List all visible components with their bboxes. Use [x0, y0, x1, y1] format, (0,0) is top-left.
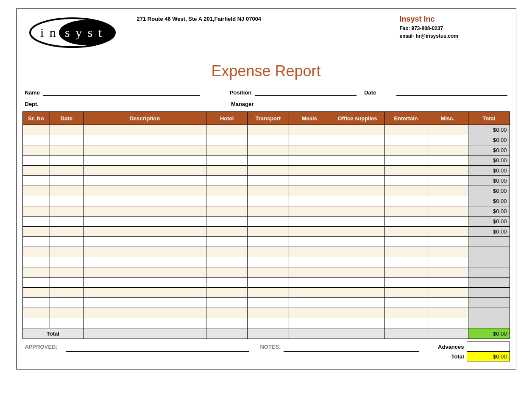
table-cell[interactable]: [289, 227, 330, 237]
table-cell[interactable]: [289, 278, 330, 288]
table-cell[interactable]: [330, 156, 384, 166]
table-cell[interactable]: [427, 257, 468, 267]
table-cell[interactable]: [248, 288, 289, 298]
table-cell[interactable]: [427, 145, 468, 156]
table-cell[interactable]: [330, 196, 384, 206]
table-cell[interactable]: [83, 176, 206, 186]
table-cell[interactable]: [83, 237, 206, 247]
table-cell[interactable]: [427, 217, 468, 227]
table-cell[interactable]: [22, 166, 50, 176]
table-cell[interactable]: [330, 145, 384, 156]
table-cell[interactable]: [289, 135, 330, 145]
table-cell[interactable]: [22, 145, 50, 156]
table-cell[interactable]: [83, 135, 206, 145]
table-cell[interactable]: [206, 227, 247, 237]
table-cell[interactable]: [385, 257, 427, 267]
table-cell[interactable]: [248, 217, 289, 227]
table-cell[interactable]: [289, 196, 330, 206]
table-cell[interactable]: [206, 125, 247, 135]
position-input-line[interactable]: [255, 89, 357, 96]
table-cell[interactable]: [83, 196, 206, 206]
table-cell[interactable]: [50, 156, 83, 166]
table-cell[interactable]: [385, 206, 427, 217]
table-cell[interactable]: [385, 288, 427, 298]
table-cell[interactable]: [206, 298, 247, 308]
table-cell[interactable]: [50, 247, 83, 257]
table-cell[interactable]: [385, 186, 427, 196]
table-cell[interactable]: [50, 308, 83, 318]
table-cell[interactable]: [83, 186, 206, 196]
table-cell[interactable]: [22, 257, 50, 267]
table-cell[interactable]: [330, 176, 384, 186]
table-cell[interactable]: [248, 186, 289, 196]
table-cell[interactable]: [50, 186, 83, 196]
table-cell[interactable]: [330, 237, 384, 247]
table-cell[interactable]: [206, 176, 247, 186]
table-cell[interactable]: [206, 257, 247, 267]
table-cell[interactable]: [83, 206, 206, 217]
table-cell[interactable]: [289, 247, 330, 257]
table-cell[interactable]: [83, 267, 206, 278]
table-cell[interactable]: [50, 217, 83, 227]
table-cell[interactable]: [22, 278, 50, 288]
table-cell[interactable]: [83, 227, 206, 237]
table-cell[interactable]: [50, 288, 83, 298]
table-cell[interactable]: [248, 257, 289, 267]
table-cell[interactable]: [289, 298, 330, 308]
table-cell[interactable]: [289, 318, 330, 328]
table-cell[interactable]: [385, 166, 427, 176]
table-cell[interactable]: [22, 308, 50, 318]
table-cell[interactable]: [427, 318, 468, 328]
table-cell[interactable]: [248, 247, 289, 257]
table-cell[interactable]: [289, 206, 330, 217]
table-cell[interactable]: [83, 166, 206, 176]
table-cell[interactable]: [289, 217, 330, 227]
table-cell[interactable]: [427, 247, 468, 257]
table-cell[interactable]: [22, 135, 50, 145]
table-cell[interactable]: [248, 308, 289, 318]
table-cell[interactable]: [248, 318, 289, 328]
table-cell[interactable]: [50, 298, 83, 308]
table-cell[interactable]: [427, 186, 468, 196]
table-cell[interactable]: [22, 288, 50, 298]
table-cell[interactable]: [427, 227, 468, 237]
table-cell[interactable]: [289, 156, 330, 166]
table-cell[interactable]: [22, 267, 50, 278]
table-cell[interactable]: [385, 176, 427, 186]
table-cell[interactable]: [22, 176, 50, 186]
table-cell[interactable]: [385, 227, 427, 237]
table-cell[interactable]: [248, 156, 289, 166]
table-cell[interactable]: [427, 206, 468, 217]
table-cell[interactable]: [427, 308, 468, 318]
table-cell[interactable]: [83, 288, 206, 298]
table-cell[interactable]: [427, 156, 468, 166]
table-cell[interactable]: [427, 278, 468, 288]
table-cell[interactable]: [22, 186, 50, 196]
table-cell[interactable]: [83, 298, 206, 308]
table-cell[interactable]: [22, 196, 50, 206]
table-cell[interactable]: [83, 217, 206, 227]
advances-value-cell[interactable]: [467, 342, 510, 352]
date-input-line[interactable]: [396, 89, 507, 96]
table-cell[interactable]: [330, 308, 384, 318]
table-cell[interactable]: [289, 267, 330, 278]
table-cell[interactable]: [330, 318, 384, 328]
table-cell[interactable]: [330, 288, 384, 298]
table-cell[interactable]: [427, 135, 468, 145]
table-cell[interactable]: [385, 278, 427, 288]
table-cell[interactable]: [248, 176, 289, 186]
table-cell[interactable]: [50, 318, 83, 328]
table-cell[interactable]: [385, 125, 427, 135]
table-cell[interactable]: [50, 237, 83, 247]
table-cell[interactable]: [385, 308, 427, 318]
table-cell[interactable]: [427, 237, 468, 247]
table-cell[interactable]: [22, 227, 50, 237]
table-cell[interactable]: [289, 288, 330, 298]
table-cell[interactable]: [248, 278, 289, 288]
table-cell[interactable]: [289, 166, 330, 176]
table-cell[interactable]: [289, 237, 330, 247]
manager-input-line[interactable]: [257, 100, 359, 107]
table-cell[interactable]: [206, 196, 247, 206]
table-cell[interactable]: [248, 237, 289, 247]
table-cell[interactable]: [22, 318, 50, 328]
